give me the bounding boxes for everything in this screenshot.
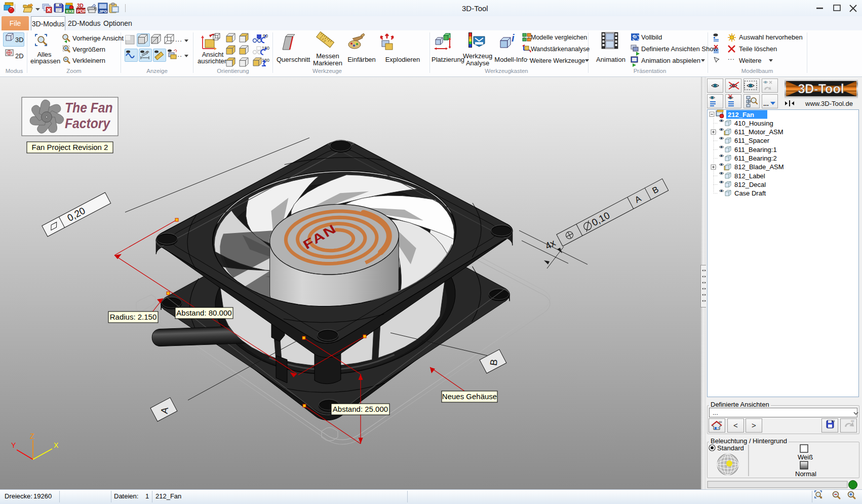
svg-text:X: X [54, 441, 59, 449]
svg-text:EXE: EXE [66, 9, 75, 14]
svg-text:Y: Y [11, 441, 16, 449]
svg-text:B: B [488, 359, 499, 366]
svg-text:3D: 3D [77, 3, 84, 9]
svg-text:Weiß: Weiß [798, 453, 813, 461]
svg-text:Fan Project Revision 2: Fan Project Revision 2 [32, 143, 108, 151]
svg-text:Abstand: 80.000: Abstand: 80.000 [176, 308, 231, 317]
svg-text:PDF: PDF [77, 9, 87, 14]
svg-text:Z: Z [30, 432, 34, 440]
svg-text:i: i [512, 32, 515, 44]
svg-text:∞: ∞ [719, 419, 722, 424]
svg-text:Neues Gehäuse: Neues Gehäuse [442, 392, 497, 401]
svg-text:Standard: Standard [717, 444, 744, 452]
svg-text:Factory: Factory [65, 115, 110, 132]
svg-text:∞: ∞ [832, 418, 835, 423]
svg-text:Normal: Normal [795, 470, 816, 478]
svg-text:JPG: JPG [99, 9, 107, 14]
svg-text:∞: ∞ [851, 418, 854, 423]
svg-text:The Fan: The Fan [65, 100, 113, 116]
svg-text:Abstand: 25.000: Abstand: 25.000 [333, 405, 388, 413]
svg-text:Radius: 2.150: Radius: 2.150 [110, 313, 157, 321]
